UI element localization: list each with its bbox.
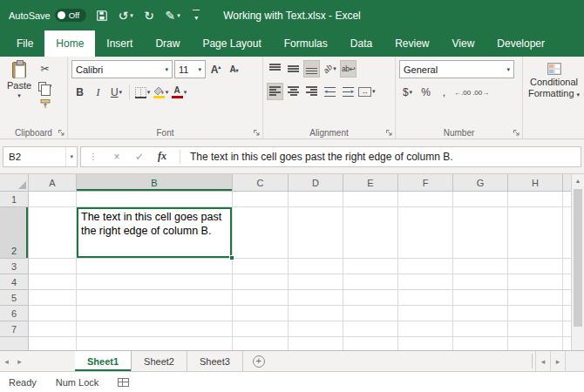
grid-cell[interactable] — [453, 337, 508, 350]
clipboard-dialog-launcher[interactable] — [58, 129, 65, 137]
vertical-scrollbar-thumb[interactable] — [574, 189, 582, 327]
chevron-down-icon[interactable]: ▾ — [65, 147, 77, 166]
grid-cell[interactable] — [563, 274, 571, 290]
column-header-F[interactable]: F — [398, 174, 453, 192]
fill-color-button[interactable]: ▾ — [153, 84, 169, 101]
customize-quick-access-button[interactable]: ▾ — [188, 5, 204, 26]
cell-E7[interactable] — [343, 321, 398, 337]
row-header-4[interactable]: 4 — [0, 274, 29, 290]
number-dialog-launcher[interactable] — [513, 129, 520, 137]
alignment-dialog-launcher[interactable] — [385, 129, 393, 137]
orientation-button[interactable]: ab▾ — [322, 60, 338, 78]
grid-cell[interactable] — [563, 306, 571, 321]
sheet-nav-left-arrow[interactable]: ◂ — [0, 351, 13, 371]
middle-align-button[interactable] — [285, 60, 302, 78]
tab-view[interactable]: View — [441, 30, 486, 57]
comma-style-button[interactable]: , — [436, 84, 452, 101]
cell-E2[interactable] — [343, 207, 398, 259]
redo-button[interactable]: ↻ — [141, 5, 157, 26]
sheet-tab-sheet1[interactable]: Sheet1 — [75, 351, 132, 371]
grid-cell[interactable] — [563, 259, 571, 274]
conditional-formatting-button[interactable]: Conditional Formatting ▾ — [526, 60, 581, 98]
cell-H4[interactable] — [508, 274, 563, 290]
pen-mode-button[interactable]: ✎ ▾ — [165, 5, 180, 26]
cell-C4[interactable] — [233, 274, 289, 290]
cell-C6[interactable] — [233, 306, 289, 321]
cell-C2[interactable] — [233, 207, 289, 259]
sheet-tab-sheet3[interactable]: Sheet3 — [187, 351, 243, 371]
grid-cell[interactable] — [343, 337, 398, 350]
grid-cell[interactable] — [77, 337, 233, 350]
cell-D6[interactable] — [289, 306, 343, 321]
bottom-align-button[interactable] — [303, 60, 320, 78]
column-header-E[interactable]: E — [343, 174, 398, 192]
cell-F6[interactable] — [398, 306, 453, 321]
cell-A1[interactable] — [29, 192, 77, 207]
cell-A3[interactable] — [29, 259, 77, 274]
cell-C7[interactable] — [233, 321, 289, 337]
cell-G2[interactable] — [453, 207, 508, 259]
cell-A6[interactable] — [29, 306, 77, 321]
cell-G4[interactable] — [453, 274, 508, 290]
cell-H3[interactable] — [508, 259, 563, 274]
macro-record-icon[interactable] — [118, 378, 129, 387]
cell-E6[interactable] — [343, 306, 398, 321]
cell-H6[interactable] — [508, 306, 563, 321]
tab-page-layout[interactable]: Page Layout — [191, 30, 272, 57]
horizontal-scrollbar[interactable] — [565, 351, 584, 371]
grow-font-button[interactable]: A▴ — [207, 61, 224, 78]
enter-button[interactable]: ✓ — [128, 151, 151, 163]
align-center-button[interactable] — [285, 83, 302, 100]
fill-handle[interactable] — [229, 255, 234, 260]
cell-F2[interactable] — [398, 207, 453, 259]
bold-button[interactable]: B — [71, 84, 88, 101]
cell-D2[interactable] — [289, 207, 343, 259]
wrap-text-button[interactable]: ab↩ — [340, 60, 357, 78]
column-header-B[interactable]: B — [77, 174, 233, 192]
name-box[interactable]: B2 ▾ — [3, 146, 78, 167]
cell-D3[interactable] — [289, 259, 343, 274]
cell-E4[interactable] — [343, 274, 398, 290]
cell-A7[interactable] — [29, 321, 77, 337]
cell-F5[interactable] — [398, 290, 453, 306]
column-header-G[interactable]: G — [453, 174, 508, 192]
cell-D4[interactable] — [289, 274, 343, 290]
tab-review[interactable]: Review — [384, 30, 440, 57]
tab-developer[interactable]: Developer — [486, 30, 556, 57]
borders-button[interactable]: ▾ — [134, 84, 151, 101]
cell-A5[interactable] — [29, 290, 77, 306]
save-button[interactable] — [94, 5, 110, 26]
cell-E5[interactable] — [343, 290, 398, 306]
tab-data[interactable]: Data — [339, 30, 384, 57]
formula-bar-resizer[interactable]: ⋮ — [81, 152, 105, 161]
cell-B1[interactable] — [77, 192, 233, 207]
align-right-button[interactable] — [303, 83, 320, 100]
row-header-5[interactable]: 5 — [0, 290, 29, 306]
increase-decimal-button[interactable]: ←.00 — [454, 84, 471, 101]
cell-B7[interactable] — [77, 321, 233, 337]
cell-H5[interactable] — [508, 290, 563, 306]
row-header-6[interactable]: 6 — [0, 306, 29, 321]
tab-file[interactable]: File — [5, 30, 44, 57]
cell-G3[interactable] — [453, 259, 508, 274]
tab-home[interactable]: Home — [44, 30, 95, 57]
percent-style-button[interactable]: % — [418, 84, 434, 101]
cell-C3[interactable] — [233, 259, 289, 274]
cell-B5[interactable] — [77, 290, 233, 306]
cell-F7[interactable] — [398, 321, 453, 337]
grid-cell[interactable] — [233, 337, 289, 350]
grid-cell[interactable] — [398, 337, 453, 350]
font-name-combo[interactable]: Calibri ▾ — [71, 60, 173, 78]
scroll-up-arrow[interactable]: ▴ — [572, 174, 584, 187]
row-header-7[interactable]: 7 — [0, 321, 29, 337]
grid-cell[interactable] — [563, 337, 571, 350]
cell-F3[interactable] — [398, 259, 453, 274]
tab-draw[interactable]: Draw — [144, 30, 191, 57]
hscroll-left-arrow[interactable]: ◂ — [535, 351, 550, 371]
cell-E1[interactable] — [343, 192, 398, 207]
paste-button[interactable]: Paste ▾ — [3, 60, 35, 99]
cell-B4[interactable] — [77, 274, 233, 290]
cell-F4[interactable] — [398, 274, 453, 290]
cell-H7[interactable] — [508, 321, 563, 337]
align-left-button[interactable] — [267, 83, 283, 100]
